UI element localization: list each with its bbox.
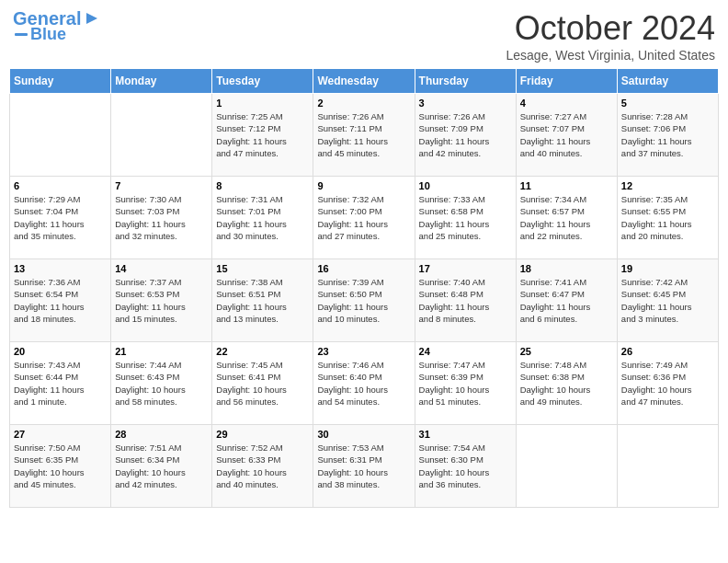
day-number: 1	[216, 98, 309, 109]
week-row-3: 20Sunrise: 7:43 AM Sunset: 6:44 PM Dayli…	[10, 342, 719, 425]
day-detail: Sunrise: 7:53 AM Sunset: 6:31 PM Dayligh…	[317, 442, 410, 490]
day-detail: Sunrise: 7:25 AM Sunset: 7:12 PM Dayligh…	[216, 110, 309, 159]
day-cell: 12Sunrise: 7:35 AM Sunset: 6:55 PM Dayli…	[617, 177, 718, 259]
day-cell: 23Sunrise: 7:46 AM Sunset: 6:40 PM Dayli…	[313, 342, 415, 425]
day-cell: 29Sunrise: 7:52 AM Sunset: 6:33 PM Dayli…	[212, 425, 313, 508]
day-detail: Sunrise: 7:43 AM Sunset: 6:44 PM Dayligh…	[14, 359, 107, 408]
day-cell: 11Sunrise: 7:34 AM Sunset: 6:57 PM Dayli…	[516, 177, 617, 259]
week-row-0: 1Sunrise: 7:25 AM Sunset: 7:12 PM Daylig…	[10, 94, 719, 177]
day-cell	[516, 425, 617, 508]
day-number: 5	[621, 98, 714, 109]
day-number: 3	[419, 98, 512, 109]
header-row: Sunday Monday Tuesday Wednesday Thursday…	[10, 69, 719, 94]
day-cell: 30Sunrise: 7:53 AM Sunset: 6:31 PM Dayli…	[313, 425, 415, 508]
day-detail: Sunrise: 7:32 AM Sunset: 7:00 PM Dayligh…	[317, 193, 410, 242]
day-cell	[617, 425, 718, 508]
day-detail: Sunrise: 7:34 AM Sunset: 6:57 PM Dayligh…	[520, 193, 613, 242]
day-detail: Sunrise: 7:37 AM Sunset: 6:53 PM Dayligh…	[115, 276, 208, 325]
day-detail: Sunrise: 7:30 AM Sunset: 7:03 PM Dayligh…	[115, 193, 208, 242]
day-cell: 3Sunrise: 7:26 AM Sunset: 7:09 PM Daylig…	[415, 94, 516, 177]
page-header: General Blue October 2024 Lesage, West V…	[9, 9, 719, 63]
day-cell	[10, 94, 111, 177]
day-detail: Sunrise: 7:36 AM Sunset: 6:54 PM Dayligh…	[14, 276, 107, 325]
day-detail: Sunrise: 7:26 AM Sunset: 7:09 PM Dayligh…	[419, 110, 512, 159]
day-detail: Sunrise: 7:26 AM Sunset: 7:11 PM Dayligh…	[317, 110, 410, 159]
day-cell: 1Sunrise: 7:25 AM Sunset: 7:12 PM Daylig…	[212, 94, 313, 177]
day-number: 19	[621, 263, 714, 274]
day-number: 8	[216, 180, 309, 191]
day-number: 30	[317, 429, 410, 440]
day-cell: 21Sunrise: 7:44 AM Sunset: 6:43 PM Dayli…	[111, 342, 212, 425]
day-cell: 8Sunrise: 7:31 AM Sunset: 7:01 PM Daylig…	[212, 177, 313, 259]
day-cell: 9Sunrise: 7:32 AM Sunset: 7:00 PM Daylig…	[313, 177, 415, 259]
day-number: 22	[216, 346, 309, 357]
day-number: 27	[14, 429, 107, 440]
day-number: 13	[14, 263, 107, 274]
day-number: 24	[419, 346, 512, 357]
day-detail: Sunrise: 7:51 AM Sunset: 6:34 PM Dayligh…	[115, 442, 208, 490]
col-saturday: Saturday	[617, 69, 718, 94]
day-cell: 28Sunrise: 7:51 AM Sunset: 6:34 PM Dayli…	[111, 425, 212, 508]
day-cell: 27Sunrise: 7:50 AM Sunset: 6:35 PM Dayli…	[10, 425, 111, 508]
day-number: 26	[621, 346, 714, 357]
day-number: 12	[621, 180, 714, 191]
col-tuesday: Tuesday	[212, 69, 313, 94]
day-number: 31	[419, 429, 512, 440]
day-cell: 4Sunrise: 7:27 AM Sunset: 7:07 PM Daylig…	[516, 94, 617, 177]
day-cell: 15Sunrise: 7:38 AM Sunset: 6:51 PM Dayli…	[212, 259, 313, 342]
col-thursday: Thursday	[415, 69, 516, 94]
col-monday: Monday	[111, 69, 212, 94]
day-number: 10	[419, 180, 512, 191]
day-cell: 24Sunrise: 7:47 AM Sunset: 6:39 PM Dayli…	[415, 342, 516, 425]
col-friday: Friday	[516, 69, 617, 94]
day-number: 4	[520, 98, 613, 109]
day-number: 28	[115, 429, 208, 440]
day-detail: Sunrise: 7:46 AM Sunset: 6:40 PM Dayligh…	[317, 359, 410, 408]
day-cell: 5Sunrise: 7:28 AM Sunset: 7:06 PM Daylig…	[617, 94, 718, 177]
day-number: 16	[317, 263, 410, 274]
day-number: 23	[317, 346, 410, 357]
day-number: 2	[317, 98, 410, 109]
day-cell: 7Sunrise: 7:30 AM Sunset: 7:03 PM Daylig…	[111, 177, 212, 259]
day-number: 20	[14, 346, 107, 357]
day-detail: Sunrise: 7:50 AM Sunset: 6:35 PM Dayligh…	[14, 442, 107, 490]
col-wednesday: Wednesday	[313, 69, 415, 94]
day-number: 17	[419, 263, 512, 274]
location: Lesage, West Virginia, United States	[506, 48, 716, 63]
day-cell: 18Sunrise: 7:41 AM Sunset: 6:47 PM Dayli…	[516, 259, 617, 342]
day-detail: Sunrise: 7:31 AM Sunset: 7:01 PM Dayligh…	[216, 193, 309, 242]
logo-arrow-icon	[83, 9, 101, 28]
day-cell: 19Sunrise: 7:42 AM Sunset: 6:45 PM Dayli…	[617, 259, 718, 342]
day-cell: 2Sunrise: 7:26 AM Sunset: 7:11 PM Daylig…	[313, 94, 415, 177]
day-number: 6	[14, 180, 107, 191]
day-detail: Sunrise: 7:45 AM Sunset: 6:41 PM Dayligh…	[216, 359, 309, 408]
day-detail: Sunrise: 7:44 AM Sunset: 6:43 PM Dayligh…	[115, 359, 208, 408]
logo-blue: Blue	[30, 26, 66, 42]
day-detail: Sunrise: 7:41 AM Sunset: 6:47 PM Dayligh…	[520, 276, 613, 325]
day-detail: Sunrise: 7:33 AM Sunset: 6:58 PM Dayligh…	[419, 193, 512, 242]
day-number: 29	[216, 429, 309, 440]
day-cell: 16Sunrise: 7:39 AM Sunset: 6:50 PM Dayli…	[313, 259, 415, 342]
day-number: 25	[520, 346, 613, 357]
day-detail: Sunrise: 7:29 AM Sunset: 7:04 PM Dayligh…	[14, 193, 107, 242]
day-cell: 14Sunrise: 7:37 AM Sunset: 6:53 PM Dayli…	[111, 259, 212, 342]
day-number: 18	[520, 263, 613, 274]
day-detail: Sunrise: 7:38 AM Sunset: 6:51 PM Dayligh…	[216, 276, 309, 325]
day-cell: 25Sunrise: 7:48 AM Sunset: 6:38 PM Dayli…	[516, 342, 617, 425]
logo: General Blue	[13, 9, 101, 42]
day-cell: 10Sunrise: 7:33 AM Sunset: 6:58 PM Dayli…	[415, 177, 516, 259]
day-cell: 22Sunrise: 7:45 AM Sunset: 6:41 PM Dayli…	[212, 342, 313, 425]
week-row-1: 6Sunrise: 7:29 AM Sunset: 7:04 PM Daylig…	[10, 177, 719, 259]
day-detail: Sunrise: 7:49 AM Sunset: 6:36 PM Dayligh…	[621, 359, 714, 408]
day-cell: 31Sunrise: 7:54 AM Sunset: 6:30 PM Dayli…	[415, 425, 516, 508]
title-block: October 2024 Lesage, West Virginia, Unit…	[506, 9, 716, 63]
calendar-table: Sunday Monday Tuesday Wednesday Thursday…	[9, 68, 719, 508]
svg-marker-0	[86, 13, 97, 24]
day-detail: Sunrise: 7:40 AM Sunset: 6:48 PM Dayligh…	[419, 276, 512, 325]
day-number: 11	[520, 180, 613, 191]
day-detail: Sunrise: 7:39 AM Sunset: 6:50 PM Dayligh…	[317, 276, 410, 325]
col-sunday: Sunday	[10, 69, 111, 94]
month-title: October 2024	[506, 9, 716, 48]
day-cell: 20Sunrise: 7:43 AM Sunset: 6:44 PM Dayli…	[10, 342, 111, 425]
day-cell	[111, 94, 212, 177]
